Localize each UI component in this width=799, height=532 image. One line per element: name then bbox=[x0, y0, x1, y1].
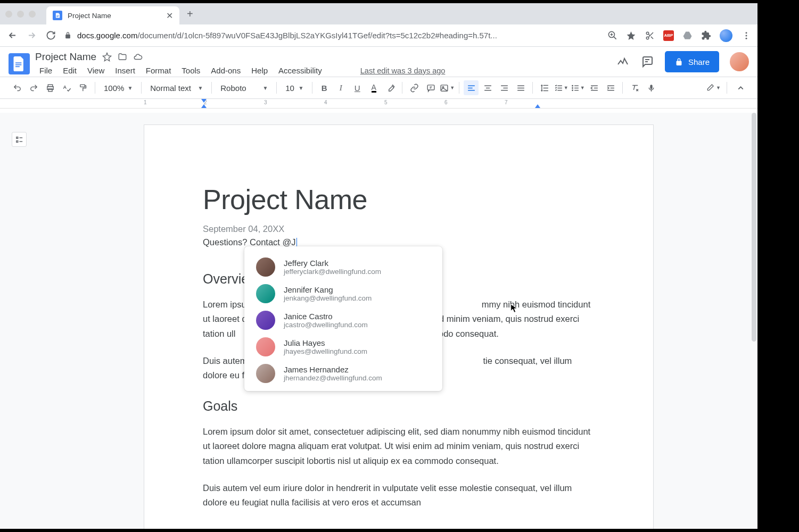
lock-icon bbox=[64, 31, 72, 39]
zoom-select[interactable]: 100%▼ bbox=[100, 84, 137, 93]
drive-icon[interactable] bbox=[682, 30, 693, 40]
editor-canvas[interactable]: Project Name September 04, 20XX Question… bbox=[0, 113, 757, 529]
comments-icon[interactable] bbox=[640, 55, 654, 69]
image-button[interactable]: ▼ bbox=[440, 80, 455, 95]
align-justify-button[interactable] bbox=[513, 80, 528, 95]
svg-rect-25 bbox=[574, 90, 579, 90]
document-title[interactable]: Project Name bbox=[35, 51, 96, 63]
adblock-icon[interactable]: ABP bbox=[663, 30, 674, 41]
svg-rect-10 bbox=[15, 64, 21, 65]
cloud-status-icon[interactable] bbox=[133, 52, 143, 62]
menu-format[interactable]: Format bbox=[142, 64, 176, 77]
bookmark-star-icon[interactable] bbox=[626, 30, 636, 40]
window-close[interactable] bbox=[5, 11, 12, 18]
edit-mode-button[interactable]: ▼ bbox=[706, 80, 721, 95]
back-button[interactable] bbox=[6, 30, 18, 41]
comment-button[interactable] bbox=[423, 80, 438, 95]
scissors-icon[interactable] bbox=[645, 30, 655, 40]
window-minimize[interactable] bbox=[17, 11, 24, 18]
print-button[interactable] bbox=[43, 80, 57, 95]
align-center-button[interactable] bbox=[480, 80, 495, 95]
spellcheck-button[interactable]: A bbox=[59, 80, 74, 95]
browser-tab[interactable]: Project Name ✕ bbox=[46, 6, 179, 24]
mention-item[interactable]: Janice Castrojcastro@dwellingfund.com bbox=[244, 307, 442, 334]
menu-file[interactable]: File bbox=[35, 64, 56, 77]
star-icon[interactable] bbox=[102, 52, 112, 62]
doc-heading-goals[interactable]: Goals bbox=[203, 398, 595, 414]
activity-icon[interactable] bbox=[616, 55, 630, 69]
svg-rect-2 bbox=[56, 16, 58, 17]
ruler[interactable]: 1 2 3 4 5 6 7 bbox=[0, 99, 757, 109]
align-left-button[interactable] bbox=[464, 80, 479, 95]
reload-button[interactable] bbox=[45, 30, 56, 41]
undo-button[interactable] bbox=[10, 80, 24, 95]
share-button[interactable]: Share bbox=[665, 51, 719, 72]
text-color-button[interactable]: A bbox=[366, 80, 381, 95]
tab-close-icon[interactable]: ✕ bbox=[166, 11, 173, 21]
mention-item[interactable]: Jennifer Kangjenkang@dwellingfund.com bbox=[244, 280, 442, 307]
indent-button[interactable] bbox=[603, 80, 618, 95]
menu-edit[interactable]: Edit bbox=[59, 64, 81, 77]
menu-bar: File Edit View Insert Format Tools Add-o… bbox=[35, 64, 616, 77]
document-page[interactable]: Project Name September 04, 20XX Question… bbox=[144, 124, 654, 529]
align-right-button[interactable] bbox=[497, 80, 512, 95]
checklist-button[interactable]: ▼ bbox=[554, 80, 569, 95]
menu-tools[interactable]: Tools bbox=[177, 64, 204, 77]
account-avatar[interactable] bbox=[730, 52, 749, 71]
mention-name: Julia Hayes bbox=[284, 338, 367, 347]
mention-email: jhernandez@dwellingfund.com bbox=[284, 374, 382, 382]
font-select[interactable]: Roboto▼ bbox=[216, 84, 272, 93]
zoom-icon[interactable] bbox=[607, 30, 617, 40]
outdent-button[interactable] bbox=[587, 80, 602, 95]
paint-format-button[interactable] bbox=[76, 80, 90, 95]
svg-rect-24 bbox=[574, 87, 579, 88]
mention-item[interactable]: James Hernandezjhernandez@dwellingfund.c… bbox=[244, 360, 442, 387]
style-select[interactable]: Normal text▼ bbox=[146, 84, 207, 93]
underline-button[interactable]: U bbox=[350, 80, 365, 95]
doc-paragraph[interactable]: Lorem ipsum dolor sit amet, consectetuer… bbox=[203, 425, 595, 468]
svg-point-6 bbox=[745, 32, 747, 34]
redo-button[interactable] bbox=[26, 80, 41, 95]
browser-profile-avatar[interactable] bbox=[720, 29, 732, 42]
url-host: docs.google.com bbox=[77, 31, 137, 40]
vertical-scrollbar[interactable] bbox=[752, 113, 756, 342]
font-size-select[interactable]: 10▼ bbox=[281, 84, 308, 93]
bold-button[interactable]: B bbox=[317, 80, 332, 95]
mention-item[interactable]: Jeffery Clarkjefferyclark@dwellingfund.c… bbox=[244, 254, 442, 280]
clear-format-button[interactable] bbox=[627, 80, 642, 95]
menu-addons[interactable]: Add-ons bbox=[207, 64, 245, 77]
svg-rect-1 bbox=[56, 16, 59, 16]
window-zoom[interactable] bbox=[29, 11, 36, 18]
mention-item[interactable]: Julia Hayesjhayes@dwellingfund.com bbox=[244, 334, 442, 360]
move-folder-icon[interactable] bbox=[118, 52, 127, 62]
url-field[interactable]: docs.google.com/document/d/1olcn-5f897wu… bbox=[64, 31, 600, 40]
menu-insert[interactable]: Insert bbox=[111, 64, 139, 77]
window-controls bbox=[5, 11, 36, 18]
menu-help[interactable]: Help bbox=[247, 64, 272, 77]
forward-button[interactable] bbox=[26, 30, 37, 41]
link-button[interactable] bbox=[407, 80, 422, 95]
svg-rect-0 bbox=[56, 15, 59, 16]
doc-paragraph[interactable]: Duis autem vel eum iriure dolor in hendr… bbox=[203, 481, 595, 510]
last-edit-link[interactable]: Last edit was 3 days ago bbox=[360, 66, 446, 75]
new-tab-button[interactable]: + bbox=[187, 8, 193, 20]
voice-typing-button[interactable] bbox=[644, 80, 658, 95]
doc-date[interactable]: September 04, 20XX bbox=[203, 224, 595, 234]
avatar bbox=[256, 337, 275, 356]
bullet-list-button[interactable]: ▼ bbox=[570, 80, 585, 95]
italic-button[interactable]: I bbox=[333, 80, 348, 95]
extensions-icon[interactable] bbox=[701, 30, 711, 40]
docs-logo[interactable] bbox=[9, 53, 30, 74]
svg-rect-9 bbox=[15, 62, 21, 63]
mention-email: jhayes@dwellingfund.com bbox=[284, 347, 367, 355]
collapse-toolbar-button[interactable] bbox=[733, 80, 748, 95]
mention-email: jcastro@dwellingfund.com bbox=[284, 321, 368, 329]
doc-heading-title[interactable]: Project Name bbox=[203, 184, 595, 215]
outline-toggle-button[interactable] bbox=[12, 132, 27, 147]
menu-accessibility[interactable]: Accessibility bbox=[274, 64, 326, 77]
svg-point-4 bbox=[646, 32, 649, 35]
highlight-button[interactable] bbox=[383, 80, 398, 95]
menu-view[interactable]: View bbox=[83, 64, 109, 77]
line-spacing-button[interactable] bbox=[537, 80, 552, 95]
browser-menu-icon[interactable] bbox=[741, 30, 751, 40]
